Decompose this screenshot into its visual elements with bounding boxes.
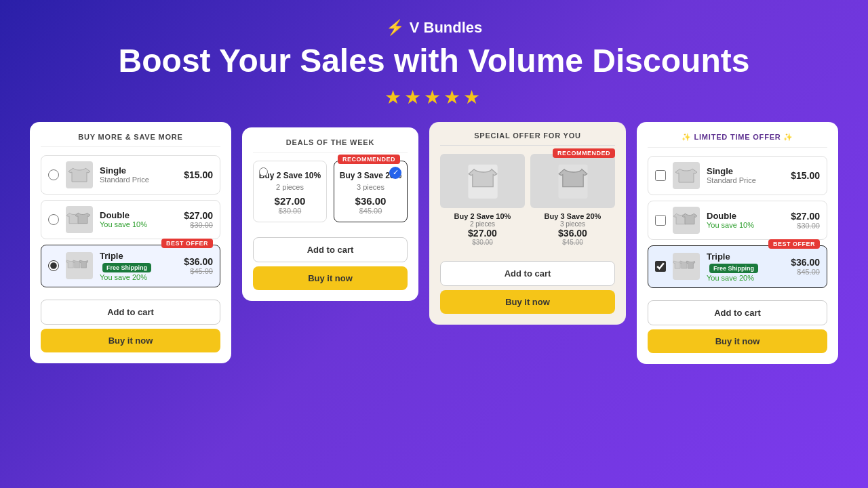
deal-option-buy2[interactable]: Buy 2 Save 10% 2 pieces $27.00 $30.00 <box>253 161 327 222</box>
price-old-triple: $45.00 <box>184 267 213 275</box>
card-special: SPECIAL OFFER FOR YOU Buy 2 Save 10% 2 p… <box>429 122 626 325</box>
deal-price-old-buy2: $30.00 <box>258 207 322 215</box>
special-img-1 <box>440 154 525 208</box>
card-limited: ✨ LIMITED TIME OFFER ✨ Single Standard P… <box>637 122 838 364</box>
special-price-old-1: $30.00 <box>440 239 525 246</box>
buy-now-btn-1[interactable]: Buy it now <box>41 329 220 352</box>
special-title-2: Buy 3 Save 20% <box>530 212 615 220</box>
info-single-4: Single Standard Price <box>707 166 784 184</box>
card1-title: BUY MORE & SAVE MORE <box>41 133 220 147</box>
special-img-2 <box>530 154 615 208</box>
thumb-triple-4 <box>673 253 700 280</box>
special-price-old-2: $45.00 <box>530 239 615 246</box>
info-double-4: Double You save 10% <box>707 211 784 229</box>
price-triple-4: $36.00 $45.00 <box>791 257 820 276</box>
special-pieces-1: 2 pieces <box>440 220 525 228</box>
radio-triple[interactable] <box>48 260 59 271</box>
name-double: Double <box>100 210 177 220</box>
badge-best-offer: BEST OFFER <box>161 239 213 248</box>
option-triple-4[interactable]: BEST OFFER Triple Free Shipping You save… <box>648 245 827 288</box>
price-single: $15.00 <box>184 169 213 180</box>
badge-recommended-special: RECOMMENDED <box>553 148 615 158</box>
info-double: Double You save 10% <box>100 210 177 228</box>
card3-title: SPECIAL OFFER FOR YOU <box>440 131 615 146</box>
deal-option-buy3[interactable]: RECOMMENDED ✓ Buy 3 Save 20% 3 pieces $3… <box>334 161 408 222</box>
special-price-1: $27.00 <box>440 228 525 239</box>
deal-price-buy3: $36.00 <box>338 195 403 207</box>
sub-single: Standard Price <box>100 176 177 184</box>
info-triple-4: Triple Free Shipping You save 20% <box>707 251 784 282</box>
buy-now-btn-2[interactable]: Buy it now <box>253 266 408 290</box>
name-single-4: Single <box>707 166 784 176</box>
logo-row: ⚡ V Bundles <box>386 19 483 37</box>
price-triple: $36.00 $45.00 <box>184 256 213 275</box>
price-double: $27.00 $30.00 <box>184 210 213 229</box>
deal-pieces-buy2: 2 pieces <box>258 183 322 191</box>
logo-text: V Bundles <box>410 19 483 37</box>
name-triple: Triple <box>100 251 177 261</box>
buy-now-btn-4[interactable]: Buy it now <box>648 329 827 353</box>
badge-best-offer-4: BEST OFFER <box>768 239 820 249</box>
checkbox-single-4[interactable] <box>655 170 666 181</box>
name-triple-4: Triple <box>707 251 784 262</box>
stars: ★★★★★ <box>384 86 483 108</box>
name-double-4: Double <box>707 211 784 221</box>
info-triple: Triple Free Shipping You save 20% <box>100 251 177 281</box>
deal-radio-input-buy2[interactable] <box>259 167 268 176</box>
price-single-4: $15.00 <box>791 170 820 181</box>
deal-price-old-buy3: $45.00 <box>338 207 403 215</box>
price-old-triple-4: $45.00 <box>791 268 820 276</box>
card-buy-more: BUY MORE & SAVE MORE Single Standard Pri… <box>30 122 231 363</box>
special-product-2[interactable]: RECOMMENDED Buy 3 Save 20% 3 pieces $36.… <box>530 154 615 246</box>
sub-double-4: You save 10% <box>707 221 784 229</box>
card4-title: ✨ LIMITED TIME OFFER ✨ <box>648 133 827 148</box>
deal-price-buy2: $27.00 <box>258 195 322 207</box>
add-to-cart-btn-4[interactable]: Add to cart <box>648 300 827 325</box>
radio-single[interactable] <box>48 169 59 180</box>
price-main-double-4: $27.00 <box>791 211 820 222</box>
add-to-cart-btn-2[interactable]: Add to cart <box>253 237 408 262</box>
sub-double: You save 10% <box>100 220 177 228</box>
info-single: Single Standard Price <box>100 165 177 184</box>
option-triple[interactable]: BEST OFFER Triple Free Shipping You save… <box>41 245 220 287</box>
cards-row: BUY MORE & SAVE MORE Single Standard Pri… <box>0 122 868 364</box>
thumb-double <box>66 206 93 233</box>
radio-double[interactable] <box>48 214 59 225</box>
checkbox-double-4[interactable] <box>655 215 666 226</box>
sub-triple-4: You save 20% <box>707 274 784 282</box>
price-main-triple-4: $36.00 <box>791 257 820 268</box>
sub-triple: You save 20% <box>100 273 177 281</box>
price-main-single: $15.00 <box>184 169 213 180</box>
free-shipping-tag-4: Free Shipping <box>709 264 758 273</box>
checkbox-triple-4[interactable] <box>655 261 666 272</box>
buy-now-btn-3[interactable]: Buy it now <box>440 290 615 314</box>
card2-title: DEALS OF THE WEEK <box>253 138 408 152</box>
special-pieces-2: 3 pieces <box>530 220 615 228</box>
add-to-cart-btn-1[interactable]: Add to cart <box>41 300 220 325</box>
header: ⚡ V Bundles Boost Your Sales with Volume… <box>119 0 750 122</box>
badge-recommended: RECOMMENDED <box>338 155 400 164</box>
add-to-cart-btn-3[interactable]: Add to cart <box>440 261 615 286</box>
thumb-single <box>66 161 93 188</box>
sub-single-4: Standard Price <box>707 176 784 184</box>
option-double[interactable]: Double You save 10% $27.00 $30.00 <box>41 200 220 239</box>
option-single[interactable]: Single Standard Price $15.00 <box>41 155 220 195</box>
thumb-triple <box>66 252 93 279</box>
deals-options: Buy 2 Save 10% 2 pieces $27.00 $30.00 RE… <box>253 161 408 222</box>
price-main-triple: $36.00 <box>184 256 213 267</box>
name-single: Single <box>100 165 177 176</box>
card-deals: DEALS OF THE WEEK Buy 2 Save 10% 2 piece… <box>242 127 418 301</box>
logo-icon: ⚡ <box>386 19 404 37</box>
price-old-double: $30.00 <box>184 221 213 229</box>
thumb-single-4 <box>673 162 700 189</box>
option-double-4[interactable]: Double You save 10% $27.00 $30.00 <box>648 201 827 240</box>
headline: Boost Your Sales with Volume Discounts <box>119 43 750 79</box>
price-main-double: $27.00 <box>184 210 213 221</box>
special-product-1[interactable]: Buy 2 Save 10% 2 pieces $27.00 $30.00 <box>440 154 525 246</box>
option-single-4[interactable]: Single Standard Price $15.00 <box>648 156 827 195</box>
price-old-double-4: $30.00 <box>791 222 820 230</box>
price-main-single-4: $15.00 <box>791 170 820 181</box>
deal-radio-buy2 <box>259 167 268 179</box>
special-price-2: $36.00 <box>530 228 615 239</box>
deal-pieces-buy3: 3 pieces <box>338 183 403 191</box>
